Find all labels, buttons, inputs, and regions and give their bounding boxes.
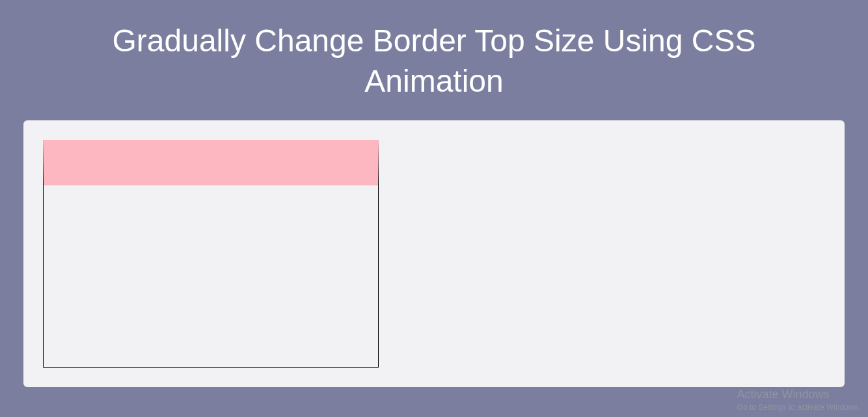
demo-panel	[23, 120, 845, 387]
animated-border-box	[43, 140, 379, 368]
watermark-subtitle: Go to Settings to activate Windows.	[737, 403, 860, 412]
page-title: Gradually Change Border Top Size Using C…	[0, 0, 868, 102]
watermark-title: Activate Windows	[737, 388, 860, 401]
windows-activation-watermark: Activate Windows Go to Settings to activ…	[737, 388, 860, 412]
